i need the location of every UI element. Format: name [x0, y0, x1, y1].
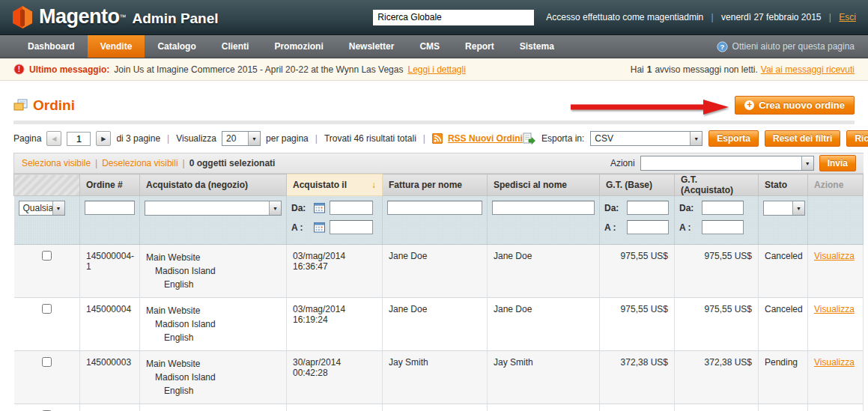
- column-header-gt-base[interactable]: G.T. (Base): [600, 174, 675, 196]
- nav-item-promozioni[interactable]: Promozioni: [261, 35, 336, 58]
- store-website: Main Website: [146, 304, 280, 317]
- previous-page-button[interactable]: ◀: [46, 131, 61, 146]
- amount-from-label: Da:: [679, 203, 697, 213]
- magento-admin-app: Magento™ Admin Panel Accesso effettuato …: [0, 0, 868, 411]
- gt-purchased-cell: 372,38 US$: [675, 351, 759, 404]
- gt-base-from-filter-input[interactable]: [627, 201, 669, 215]
- logout-link[interactable]: Esci: [839, 12, 856, 22]
- global-search-input[interactable]: [373, 10, 534, 25]
- row-checkbox-cell: [14, 404, 80, 411]
- next-page-button[interactable]: ▶: [96, 131, 111, 146]
- status-cell: Canceled: [759, 245, 808, 298]
- column-header-bill-to[interactable]: Fattura per nome: [383, 174, 488, 196]
- row-checkbox-cell: [14, 298, 80, 351]
- row-checkbox[interactable]: [42, 251, 52, 261]
- nav-item-catalogo[interactable]: Catalogo: [145, 35, 208, 58]
- order-id-cell: 145000004-1: [80, 245, 140, 298]
- help-area[interactable]: ? Ottieni aiuto per questa pagina: [717, 35, 868, 58]
- help-label: Ottieni aiuto per questa pagina: [732, 41, 855, 52]
- gt-purchased-from-filter-input[interactable]: [702, 201, 744, 215]
- date-to-filter-input[interactable]: [330, 220, 373, 234]
- column-header-status[interactable]: Stato: [759, 174, 808, 196]
- nav-item-vendite[interactable]: Vendite: [88, 35, 145, 58]
- page-title: Ordini: [33, 97, 75, 114]
- separator: |: [166, 133, 171, 144]
- store-filter-select[interactable]: ▼: [145, 201, 282, 216]
- login-info: Accesso effettuato come magentiadmin | v…: [546, 12, 856, 22]
- column-header-ship-to[interactable]: Spedisci al nome: [488, 174, 600, 196]
- submit-button[interactable]: Invia: [819, 155, 856, 171]
- row-checkbox[interactable]: [42, 304, 52, 314]
- order-id-filter-cell: [80, 196, 140, 245]
- store-group: Madison Island: [146, 371, 280, 384]
- status-filter-cell: ▼: [759, 196, 808, 245]
- separator: |: [711, 12, 714, 22]
- checkbox-column-header: [14, 174, 80, 196]
- mass-select-mode-select[interactable]: Qualsiasi ▼: [19, 201, 65, 216]
- reset-filter-button[interactable]: Reset dei filtri: [765, 130, 840, 147]
- column-header-purchased-on[interactable]: ↓ Acquistato il: [287, 174, 383, 196]
- nav-item-sistema[interactable]: Sistema: [507, 35, 567, 58]
- store-cell: Main Website Madison Island English: [140, 298, 287, 351]
- read-details-link[interactable]: Leggi i dettagli: [407, 64, 465, 75]
- latest-message: ! Ultimo messaggio: Join Us at Imagine C…: [13, 64, 466, 75]
- nav-item-newsletter[interactable]: Newsletter: [336, 35, 407, 58]
- search-button[interactable]: Ricerca: [846, 130, 868, 147]
- gt-base-to-filter-input[interactable]: [627, 220, 669, 234]
- select-visible-link[interactable]: Seleziona visibile: [22, 158, 91, 168]
- total-pages-label: di 3 pagine: [116, 133, 160, 144]
- calendar-icon[interactable]: [314, 222, 325, 233]
- brand-suffix: Admin Panel: [133, 10, 219, 27]
- gt-purchased-cell: 372,38 US$: [675, 404, 759, 411]
- export-button[interactable]: Esporta: [708, 130, 759, 147]
- status-filter-select[interactable]: ▼: [763, 201, 805, 216]
- go-to-messages-link[interactable]: Vai ai messaggi ricevuti: [761, 64, 855, 75]
- nav-item-cms[interactable]: CMS: [407, 35, 452, 58]
- store-group: Madison Island: [146, 317, 280, 331]
- chevron-down-icon: ▼: [248, 132, 260, 145]
- trademark: ™: [120, 13, 127, 21]
- nav-item-report[interactable]: Report: [452, 35, 507, 58]
- gt-base-cell: 372,38 US$: [600, 404, 675, 411]
- order-id-filter-input[interactable]: [85, 201, 135, 215]
- per-page-label: per pagina: [266, 133, 309, 144]
- actions-value: [641, 156, 801, 170]
- actions-select[interactable]: ▼: [640, 156, 814, 171]
- column-header-order-id[interactable]: Ordine #: [80, 174, 140, 196]
- column-header-store[interactable]: Acquistato da (negozio): [140, 174, 287, 196]
- separator: |: [314, 133, 319, 144]
- rss-new-orders-link[interactable]: RSS Nuovi Ordini: [448, 133, 523, 144]
- orders-icon: [13, 99, 28, 112]
- export-format-select[interactable]: CSV ▼: [590, 131, 702, 146]
- unselect-visible-link[interactable]: Deseleziona visibili: [102, 158, 177, 168]
- total-results-label: Trovati 46 risultati totali: [324, 133, 416, 144]
- gt-base-cell: 975,55 US$: [600, 245, 675, 298]
- view-order-link[interactable]: Visualizza: [814, 357, 855, 368]
- per-page-select[interactable]: 20 ▼: [222, 131, 261, 146]
- view-order-link[interactable]: Visualizza: [814, 251, 855, 261]
- gt-purchased-to-filter-input[interactable]: [702, 220, 744, 234]
- create-order-button[interactable]: + Crea nuovo ordine: [735, 96, 855, 115]
- page-number-input[interactable]: [67, 132, 91, 146]
- brand: Magento™ Admin Panel: [12, 5, 219, 29]
- order-id-cell: 145000004: [80, 298, 140, 351]
- purchased-date-cell: 30/apr/2014 00:42:28: [287, 351, 383, 404]
- nav-item-dashboard[interactable]: Dashboard: [15, 35, 88, 58]
- date-from-filter-input[interactable]: [330, 201, 373, 215]
- ship-to-cell: Jay Smith: [488, 351, 600, 404]
- column-header-gt-purchased[interactable]: G.T. (Acquistato): [675, 174, 759, 196]
- export-controls: Esporta in: CSV ▼ Esporta Reset dei filt…: [523, 130, 868, 147]
- ship-to-cell: Jane Doe: [488, 298, 600, 351]
- action-cell: Visualizza: [808, 298, 864, 351]
- ship-to-filter-input[interactable]: [492, 201, 595, 215]
- grid-header-row: Ordine # Acquistato da (negozio) ↓ Acqui…: [14, 174, 864, 196]
- bill-to-filter-cell: [383, 196, 488, 245]
- store-filter-cell: ▼: [140, 196, 287, 245]
- orders-grid: Ordine # Acquistato da (negozio) ↓ Acqui…: [13, 174, 864, 411]
- bill-to-filter-input[interactable]: [387, 201, 482, 215]
- separator: |: [178, 158, 189, 168]
- view-order-link[interactable]: Visualizza: [814, 304, 855, 314]
- nav-item-clienti[interactable]: Clienti: [209, 35, 262, 58]
- calendar-icon[interactable]: [314, 202, 325, 213]
- row-checkbox[interactable]: [42, 357, 52, 367]
